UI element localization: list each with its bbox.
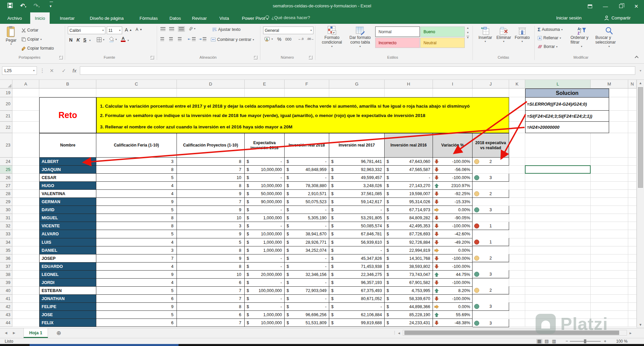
cell-B29[interactable]: GERMAN (39, 198, 96, 206)
cell-J25[interactable] (473, 166, 509, 174)
cell-G26[interactable]: $49,599,457 (329, 174, 385, 182)
cell-G29[interactable]: $59,142,617 (329, 198, 385, 206)
cell-D29[interactable]: 7 (177, 198, 245, 206)
align-top-icon[interactable] (160, 27, 165, 31)
cell-E38[interactable]: $20,000,000 (245, 271, 285, 279)
cell-J37[interactable] (473, 263, 509, 271)
cell-L30[interactable] (525, 206, 591, 214)
cell-J33[interactable]: 3 (473, 302, 509, 311)
font-size-select[interactable]: 11▾ (107, 26, 122, 34)
cell-J39[interactable] (473, 279, 509, 287)
tab-vista[interactable]: Vista (215, 12, 234, 24)
cell-J28[interactable]: 1 (473, 222, 509, 230)
borders-button[interactable]: ▾ (97, 37, 104, 42)
currency-format-icon[interactable]: $▾ (264, 37, 273, 42)
cell-A21[interactable] (12, 111, 39, 122)
cell-F27[interactable]: $78,308,880 (285, 182, 329, 190)
table-header-nombre[interactable]: Nombre (39, 133, 96, 158)
cell-K19[interactable] (509, 89, 525, 97)
cell-M42[interactable] (591, 303, 628, 311)
table-header-inversi-n-real-2018[interactable]: Inversión real 2018 (285, 133, 329, 158)
cell-D30[interactable]: 9 (177, 206, 245, 214)
merge-center-button[interactable]: Combinar y centrar▾ (211, 37, 254, 42)
cell-L40[interactable] (525, 287, 591, 295)
align-center-icon[interactable] (169, 37, 173, 41)
cell-H41[interactable]: $58,339,670 (385, 295, 433, 303)
fill-button[interactable]: Rellenar▾ (538, 36, 561, 40)
cell-K20[interactable] (509, 97, 525, 111)
cell-I33[interactable]: -42.60% (433, 230, 473, 238)
cell-D40[interactable]: 7 (177, 287, 245, 295)
cell-A32[interactable] (12, 222, 39, 230)
cell-I36[interactable]: -100.00% (433, 254, 473, 263)
cell-E26[interactable]: $- (245, 174, 285, 182)
cell-E25[interactable]: $10,000,000 (245, 166, 285, 174)
cell-F44[interactable]: $51,531,809 (285, 319, 329, 327)
cell-N29[interactable] (628, 198, 637, 206)
cell-E37[interactable]: $- (245, 263, 285, 271)
confirm-entry-icon[interactable]: ✓ (62, 66, 66, 75)
row-header-24[interactable]: 24 (0, 158, 12, 166)
close-button[interactable]: ✕ (629, 0, 644, 12)
cell-C32[interactable]: 8 (96, 222, 177, 230)
table-header-expectativa-inversi-n-2018[interactable]: Expectativa inversión 2018 (245, 133, 285, 158)
cell-N40[interactable] (628, 287, 637, 295)
cell-M31[interactable] (591, 214, 628, 222)
align-right-icon[interactable] (178, 37, 182, 41)
row-header-40[interactable]: 40 (0, 287, 12, 295)
cell-J31[interactable] (473, 214, 509, 222)
row-header-21[interactable]: 21 (0, 111, 12, 122)
cell-D36[interactable]: 9 (177, 254, 245, 263)
hscroll-right-icon[interactable]: ► (629, 331, 632, 335)
cell-I28[interactable]: -92.25% (433, 190, 473, 198)
cell-A19[interactable] (12, 89, 39, 97)
cell-D41[interactable]: 7 (177, 295, 245, 303)
cell-C39[interactable]: 4 (96, 279, 177, 287)
sheet-tab-hoja1[interactable]: Hoja 1 (23, 328, 48, 338)
cell-J26[interactable]: 2 (473, 190, 509, 198)
cell-H32[interactable]: $42,495,353 (385, 222, 433, 230)
cell-K28[interactable] (509, 190, 525, 198)
col-header-K[interactable]: K (509, 80, 525, 89)
zoom-out-icon[interactable]: − (564, 339, 570, 344)
cell-N30[interactable] (628, 206, 637, 214)
row-header-29[interactable]: 29 (0, 198, 12, 206)
cell-H33[interactable]: $87,726,693 (385, 230, 433, 238)
cell-B35[interactable]: DANIEL (39, 246, 96, 254)
cell-K26[interactable] (509, 174, 525, 182)
cell-L31[interactable] (525, 214, 591, 222)
minimize-button[interactable]: — (598, 0, 613, 12)
cell-I19[interactable] (433, 89, 473, 97)
paste-button[interactable]: Pegar▾ (3, 26, 19, 46)
cell-K31[interactable] (509, 214, 525, 222)
cell-N31[interactable] (628, 214, 637, 222)
cell-G35[interactable]: $- (329, 246, 385, 254)
cell-J30[interactable]: 2 (473, 254, 509, 262)
clipboard-dialog-launcher[interactable] (59, 56, 63, 59)
cell-E19[interactable] (245, 89, 285, 97)
cell-A37[interactable] (12, 263, 39, 271)
cell-G32[interactable]: $50,085,574 (329, 222, 385, 230)
cell-E32[interactable]: $- (245, 222, 285, 230)
cell-F34[interactable]: $28,926,771 (285, 238, 329, 246)
cell-N23[interactable] (628, 133, 637, 158)
cell-C36[interactable]: 7 (96, 254, 177, 263)
cell-E24[interactable]: $- (245, 158, 285, 166)
cell-K21[interactable] (509, 111, 525, 122)
increase-indent-icon[interactable]: ⇥ (199, 37, 206, 41)
cell-B27[interactable]: HUGO (39, 182, 96, 190)
cell-H34[interactable]: $92,726,884 (385, 238, 433, 246)
cell-A27[interactable] (12, 182, 39, 190)
cell-E30[interactable]: $- (245, 206, 285, 214)
cell-F37[interactable]: $- (285, 263, 329, 271)
cell-J41[interactable] (473, 295, 509, 303)
tab-insertar[interactable]: Insertar (55, 12, 79, 24)
cell-N25[interactable] (628, 166, 637, 174)
cell-E31[interactable]: $1,000,000 (245, 214, 285, 222)
row-header-36[interactable]: 36 (0, 254, 12, 263)
tab-f-rmulas[interactable]: Fórmulas (135, 12, 162, 24)
cell-M37[interactable] (591, 263, 628, 271)
cell-I30[interactable]: 0.00% (433, 206, 473, 214)
cell-N36[interactable] (628, 254, 637, 263)
cell-N27[interactable] (628, 182, 637, 190)
